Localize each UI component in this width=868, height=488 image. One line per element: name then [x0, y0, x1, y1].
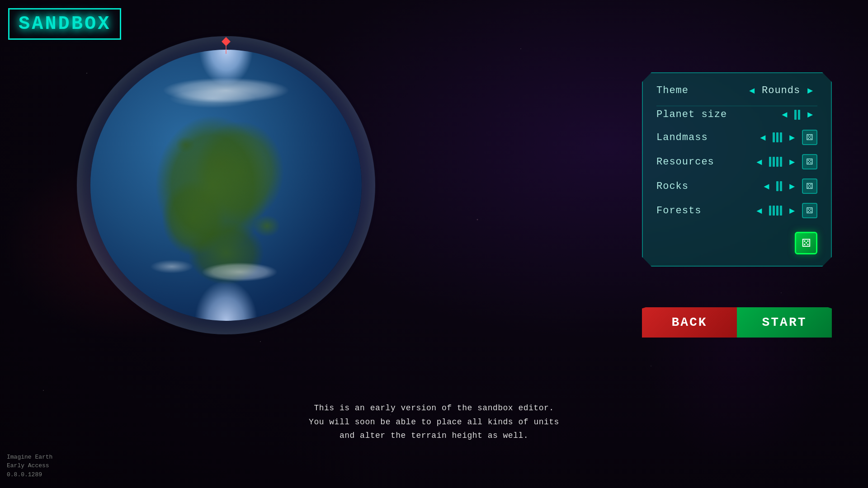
back-button[interactable]: BACK [642, 307, 737, 338]
planet-size-row: Planet size ◄ ► [656, 108, 817, 121]
randomize-all-icon: ⚄ [802, 237, 811, 249]
planet-container [90, 50, 362, 321]
planet-ice-top [199, 50, 253, 86]
forests-control: ◄ ► ⚄ [715, 203, 817, 218]
rocks-row: Rocks ◄ ► ⚄ [656, 178, 817, 194]
landmass-row: Landmass ◄ ► ⚄ [656, 130, 817, 145]
resources-bars [769, 157, 782, 167]
theme-control: ◄ Rounds ► [715, 84, 817, 97]
planet-size-label: Planet size [656, 109, 727, 120]
landmass-control: ◄ ► ⚄ [715, 130, 817, 145]
theme-prev-button[interactable]: ◄ [745, 84, 759, 97]
theme-value: Rounds [762, 85, 800, 96]
bar [794, 110, 797, 120]
action-buttons: BACK START [642, 307, 832, 338]
bar [773, 132, 775, 142]
bar [780, 181, 782, 191]
version-line-2: Early Access [7, 461, 52, 470]
randomize-all-container: ⚄ [656, 227, 817, 254]
bar [773, 206, 775, 216]
resources-label: Resources [656, 156, 715, 168]
randomize-all-button[interactable]: ⚄ [795, 232, 817, 254]
planet-ice-bottom [194, 280, 258, 321]
title-box: SANDBOX [8, 8, 121, 40]
info-line-1: This is an early version of the sandbox … [309, 401, 559, 415]
landmass-randomize-button[interactable]: ⚄ [802, 130, 817, 145]
planet-marker [223, 38, 229, 54]
planet-size-bars [794, 110, 800, 120]
version-info: Imagine Earth Early Access 0.8.0.1289 [7, 453, 52, 479]
theme-label: Theme [656, 85, 715, 96]
rocks-randomize-button[interactable]: ⚄ [802, 178, 817, 194]
forests-prev-button[interactable]: ◄ [752, 205, 766, 217]
rocks-bars [776, 181, 782, 191]
resources-row: Resources ◄ ► ⚄ [656, 154, 817, 169]
theme-row: Theme ◄ Rounds ► [656, 84, 817, 97]
bar [776, 181, 778, 191]
planet-size-next-button[interactable]: ► [803, 108, 817, 121]
bar [773, 157, 775, 167]
landmass-label: Landmass [656, 132, 715, 143]
info-line-3: and alter the terrain height as well. [309, 429, 559, 443]
landmass-bars [773, 132, 782, 142]
rocks-control: ◄ ► ⚄ [715, 178, 817, 194]
rocks-prev-button[interactable]: ◄ [759, 180, 774, 192]
forests-bars [769, 206, 782, 216]
resources-prev-button[interactable]: ◄ [752, 156, 766, 168]
planet-size-control: ◄ ► [727, 108, 817, 121]
version-line-3: 0.8.0.1289 [7, 470, 52, 479]
forests-next-button[interactable]: ► [785, 205, 799, 217]
marker-diamond [222, 37, 231, 46]
settings-panel: Theme ◄ Rounds ► Planet size ◄ ► Landmas… [642, 72, 832, 267]
forests-randomize-button[interactable]: ⚄ [802, 203, 817, 218]
rocks-label: Rocks [656, 181, 715, 192]
version-line-1: Imagine Earth [7, 453, 52, 462]
bar [780, 157, 782, 167]
divider-1 [656, 106, 817, 106]
info-text: This is an early version of the sandbox … [309, 401, 559, 443]
forests-label: Forests [656, 205, 715, 216]
planet-size-prev-button[interactable]: ◄ [777, 108, 792, 121]
theme-next-button[interactable]: ► [803, 84, 817, 97]
resources-randomize-button[interactable]: ⚄ [802, 154, 817, 169]
resources-next-button[interactable]: ► [785, 156, 799, 168]
planet [90, 50, 362, 321]
info-line-2: You will soon be able to place all kinds… [309, 415, 559, 429]
bar [776, 157, 778, 167]
panel-bg: Theme ◄ Rounds ► Planet size ◄ ► Landmas… [642, 72, 832, 267]
bar [776, 132, 778, 142]
bar [769, 206, 771, 216]
bar [769, 157, 771, 167]
landmass-next-button[interactable]: ► [785, 131, 799, 144]
rocks-next-button[interactable]: ► [785, 180, 799, 192]
title: SANDBOX [19, 13, 111, 35]
bar [798, 110, 800, 120]
bar [780, 206, 782, 216]
bar [780, 132, 782, 142]
resources-control: ◄ ► ⚄ [715, 154, 817, 169]
start-button[interactable]: START [737, 307, 832, 338]
landmass-prev-button[interactable]: ◄ [755, 131, 770, 144]
bar [776, 206, 778, 216]
forests-row: Forests ◄ ► ⚄ [656, 203, 817, 218]
